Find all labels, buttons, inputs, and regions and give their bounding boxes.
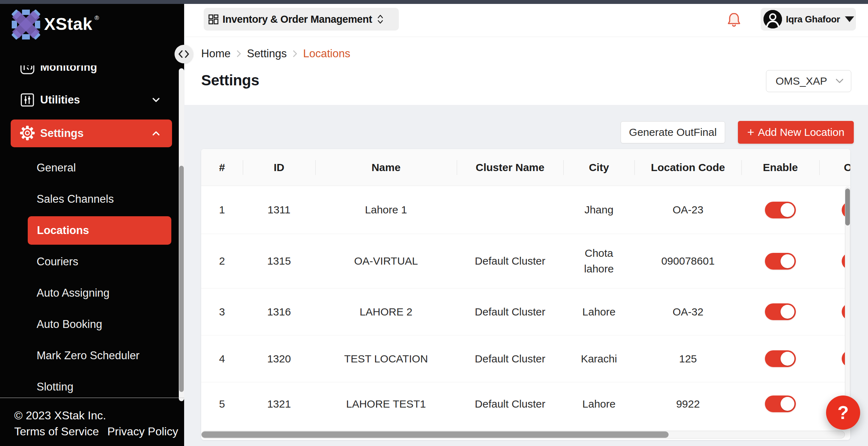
column-separator <box>315 160 316 175</box>
add-new-location-label: Add New Location <box>758 126 845 138</box>
enable-toggle-on[interactable] <box>765 395 796 412</box>
cell-cluster <box>457 186 563 234</box>
sidebar-footer-divider <box>0 398 184 398</box>
top-navy-strip <box>0 0 868 4</box>
workspace-select[interactable]: OMS_XAP <box>766 70 851 92</box>
cell-city: Jhang <box>563 186 634 234</box>
cell-name: TEST LOCATION <box>315 335 457 382</box>
sidebar-subitem-sales-channels[interactable]: Sales Channels <box>0 185 184 213</box>
sidebar-collapse-button[interactable] <box>175 45 193 63</box>
sidebar-subitem-label: Auto Booking <box>37 318 102 331</box>
sidebar-subitem-locations[interactable]: Locations <box>28 216 171 245</box>
column-separator <box>243 160 243 175</box>
column-separator <box>457 160 457 175</box>
breadcrumb-settings[interactable]: Settings <box>247 47 287 60</box>
toggle-knob <box>781 397 794 411</box>
logo-registered-mark: ® <box>95 15 99 21</box>
sidebar-subitem-label: Auto Assigning <box>37 287 109 299</box>
module-switcher-label: Inventory & Order Management <box>223 14 372 25</box>
cell-cluster: Default Cluster <box>457 288 563 335</box>
toggle-knob <box>781 254 794 268</box>
sidebar: XStak ® Monitoring <box>0 4 184 446</box>
generate-outfinal-label: Generate OutFinal <box>629 126 717 138</box>
sidebar-subitem-general[interactable]: General <box>0 154 184 182</box>
breadcrumb-current-locations: Locations <box>303 47 350 60</box>
column-separator <box>634 160 635 175</box>
sidebar-item-utilities[interactable]: Utilities <box>0 86 184 114</box>
sidebar-item-label: Settings <box>40 127 84 140</box>
sidebar-menu: Monitoring Utilities <box>0 65 184 397</box>
enable-toggle-on[interactable] <box>765 350 796 367</box>
cell-id: 1316 <box>243 288 315 335</box>
user-name: Iqra Ghafoor <box>786 14 840 25</box>
breadcrumb-home[interactable]: Home <box>201 47 231 60</box>
chevron-down-icon <box>151 95 161 105</box>
table-horizontal-scrollbar-thumb[interactable] <box>202 431 669 438</box>
page-title: Settings <box>201 72 259 89</box>
logo[interactable]: XStak ® <box>12 10 99 39</box>
column-header-overflow: O <box>844 149 850 186</box>
table-vertical-scrollbar-thumb[interactable] <box>845 189 850 225</box>
table-row: 5 1321 LAHORE TEST1 Default Cluster Laho… <box>201 382 850 425</box>
chevron-up-icon <box>151 128 161 139</box>
toggle-knob <box>781 305 794 319</box>
table-row: 3 1316 LAHORE 2 Default Cluster Lahore O… <box>201 288 850 335</box>
enable-toggle-on[interactable] <box>765 202 796 218</box>
sidebar-subitem-label: Locations <box>37 224 89 237</box>
column-header-cluster: Cluster Name <box>457 149 563 186</box>
module-switcher[interactable]: Inventory & Order Management <box>204 8 399 31</box>
enable-toggle-on[interactable] <box>765 253 796 270</box>
sidebar-subitem-label: Mark Zero Scheduler <box>37 349 139 362</box>
sidebar-item-monitoring[interactable]: Monitoring <box>0 65 184 81</box>
cell-num: 3 <box>201 288 243 335</box>
privacy-policy-link[interactable]: Privacy Policy <box>107 425 178 438</box>
notifications-bell-button[interactable] <box>727 12 741 28</box>
caret-down-icon <box>845 16 854 22</box>
cell-id: 1320 <box>243 335 315 382</box>
sidebar-item-label: Monitoring <box>40 65 97 74</box>
sidebar-item-settings[interactable]: Settings <box>11 120 172 147</box>
locations-table-card: # ID Name Cluster Name City Location Cod… <box>201 149 850 440</box>
sidebar-subitem-slotting[interactable]: Slotting <box>0 373 184 397</box>
sidebar-scrollbar-thumb[interactable] <box>179 166 184 392</box>
app-root: XStak ® Monitoring <box>0 0 868 446</box>
cell-code: 090078601 <box>634 234 741 288</box>
apps-grid-icon <box>208 14 219 25</box>
help-button[interactable]: ? <box>826 395 860 430</box>
column-separator <box>741 160 742 175</box>
sidebar-subitem-auto-assigning[interactable]: Auto Assigning <box>0 279 184 307</box>
cell-code: OA-23 <box>634 186 741 234</box>
add-new-location-button[interactable]: + Add New Location <box>738 121 854 144</box>
cell-city: Lahore <box>563 288 634 335</box>
breadcrumb: Home Settings Locations <box>201 47 350 60</box>
cell-name: LAHORE TEST1 <box>315 382 457 425</box>
cell-code: 9922 <box>634 382 741 425</box>
cell-code: 125 <box>634 335 741 382</box>
sidebar-subitem-auto-booking[interactable]: Auto Booking <box>0 310 184 339</box>
cell-code: OA-32 <box>634 288 741 335</box>
enable-toggle-on[interactable] <box>765 303 796 320</box>
terms-of-service-link[interactable]: Terms of Service <box>14 425 99 438</box>
cell-cluster: Default Cluster <box>457 335 563 382</box>
user-menu[interactable]: Iqra Ghafoor <box>761 8 856 31</box>
avatar <box>763 10 782 28</box>
generate-outfinal-button[interactable]: Generate OutFinal <box>621 121 725 143</box>
cell-city: Lahore <box>563 382 634 425</box>
monitoring-icon <box>20 65 35 75</box>
settings-gear-icon <box>20 125 35 141</box>
user-avatar-icon <box>763 10 782 28</box>
cell-id: 1321 <box>243 382 315 425</box>
cell-cluster: Default Cluster <box>457 234 563 288</box>
cell-enable <box>741 186 819 234</box>
sidebar-subitem-label: Slotting <box>37 381 73 393</box>
column-header-city: City <box>563 149 634 186</box>
cell-name: LAHORE 2 <box>315 288 457 335</box>
sidebar-subitem-mark-zero-scheduler[interactable]: Mark Zero Scheduler <box>0 341 184 370</box>
sidebar-subitem-label: Sales Channels <box>37 193 114 206</box>
sidebar-subitem-label: General <box>37 161 76 174</box>
column-separator <box>563 160 564 175</box>
cell-city: Karachi <box>563 335 634 382</box>
sidebar-subitem-couriers[interactable]: Couriers <box>0 248 184 276</box>
breadcrumb-separator-icon <box>292 49 298 58</box>
toggle-knob <box>781 352 794 366</box>
